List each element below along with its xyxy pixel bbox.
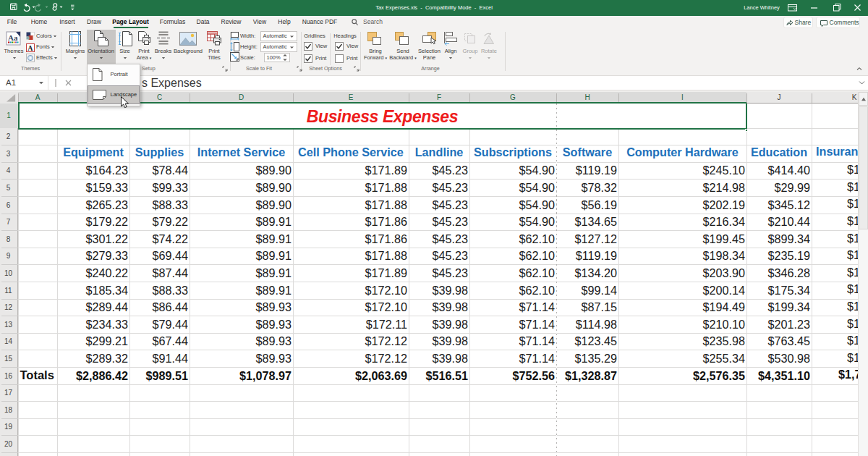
svg-text:Aa: Aa: [8, 33, 18, 42]
svg-text:A: A: [27, 43, 33, 51]
